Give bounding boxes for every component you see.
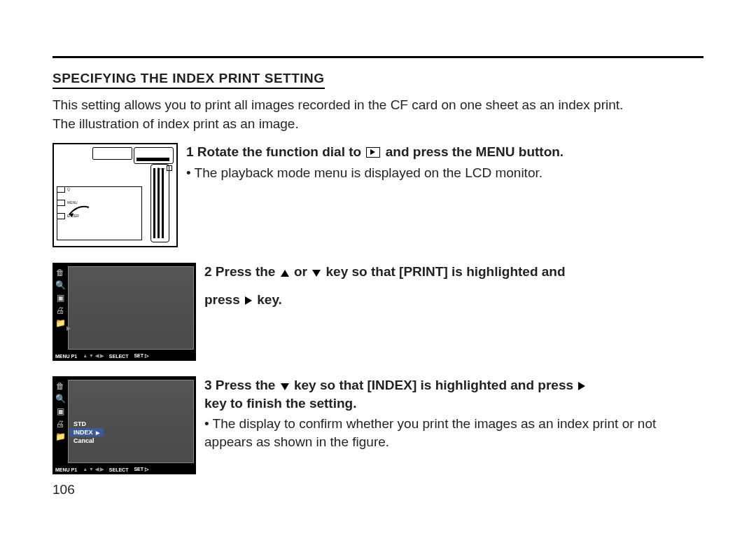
lcd-footer: MENU P1 ▲ ▼ ◀ ▶ SELECT SET ▷ — [52, 351, 196, 361]
trash-icon: 🗑 — [54, 268, 66, 277]
print-selected-triangle-icon: ▶ — [66, 325, 71, 331]
print-icon: 🖨 — [54, 306, 66, 315]
folder-icon: 📁 — [54, 432, 66, 441]
step-1-head-b: and press the MENU button. — [386, 144, 564, 159]
step-3-head-b: key so that [INDEX] is highlighted and p… — [294, 378, 577, 392]
lcd-side-icons: 🗑 🔍 ▣ 🖨 📁 — [54, 268, 66, 327]
footer-select: SELECT — [109, 354, 129, 359]
magnify-icon: 🔍 — [54, 394, 66, 403]
playback-mode-icon — [366, 147, 380, 158]
q-label: Q — [67, 188, 70, 191]
step-2-head-e: key. — [257, 292, 282, 307]
menu-item-index-triangle-icon: ▶ — [96, 430, 99, 435]
step-1-num: 1 — [186, 144, 194, 159]
step-3-row: Print 🗑 🔍 ▣ 🖨 📁 STD INDEX▶ Cancal MENU P… — [52, 376, 704, 474]
slideshow-icon: ▣ — [54, 407, 66, 415]
footer-select-3: SELECT — [109, 467, 129, 472]
step-1-text: 1 Rotate the function dial to and press … — [186, 143, 704, 181]
top-rule — [52, 56, 704, 58]
camera-illustration: Power Q MENU ENTER — [52, 143, 178, 247]
step-2-text: 2 Press the or key so that [PRINT] is hi… — [204, 263, 704, 308]
up-triangle-icon — [281, 270, 289, 277]
menu-item-cancel: Cancal — [69, 437, 104, 445]
camera-top-icon — [92, 147, 132, 160]
step-2-head-c: key so that [PRINT] is highlighted and — [326, 264, 566, 279]
right-triangle-icon — [245, 296, 252, 305]
footer-menu-3: MENU P1 — [55, 467, 77, 472]
step-3-head-a: Press the — [216, 378, 279, 392]
lcd-screenshot-step2: Print 🗑 🔍 ▣ 🖨 📁 ▶ MENU P1 ▲ ▼ ◀ ▶ SELECT… — [52, 263, 196, 361]
intro-text: This setting allows you to print all ima… — [52, 96, 704, 133]
step-3-head-c: key to finish the setting. — [204, 396, 356, 411]
down-triangle-icon — [312, 270, 321, 277]
page-number: 106 — [52, 482, 75, 497]
right-triangle-icon — [578, 382, 585, 390]
magnify-icon: 🔍 — [54, 281, 66, 289]
trash-icon: 🗑 — [54, 382, 66, 390]
arrow-to-menu-icon — [68, 204, 92, 228]
camera-small-lcd-icon — [134, 147, 174, 164]
step-1-bullet: • The playback mode menu is displayed on… — [186, 164, 704, 182]
manual-page: SPECIFYING THE INDEX PRINT SETTING This … — [0, 0, 756, 518]
lcd-screenshot-step3: Print 🗑 🔍 ▣ 🖨 📁 STD INDEX▶ Cancal MENU P… — [52, 376, 196, 474]
step-2-head-a: Press the — [216, 264, 279, 279]
intro-line-2: The illustration of index print as an im… — [52, 116, 299, 131]
lcd-frame — [68, 266, 194, 350]
intro-line-1: This setting allows you to print all ima… — [52, 97, 623, 112]
print-icon: 🖨 — [54, 420, 66, 428]
step-2-head-d: press — [204, 292, 244, 307]
footer-set-3: SET ▷ — [134, 467, 148, 472]
step-1-row: Power Q MENU ENTER 1 Rotate the function… — [52, 143, 704, 247]
step-2-num: 2 — [204, 264, 212, 279]
camera-grip-icon — [150, 164, 169, 242]
lcd-print-menu: STD INDEX▶ Cancal — [69, 420, 104, 445]
folder-icon: 📁 — [54, 319, 66, 327]
step-2-head-b: or — [294, 264, 311, 279]
footer-arrows: ▲ ▼ ◀ ▶ — [83, 353, 104, 359]
step-3-text: 3 Press the key so that [INDEX] is highl… — [204, 376, 704, 451]
menu-item-index: INDEX▶ — [69, 428, 104, 437]
footer-set: SET ▷ — [134, 353, 148, 359]
step-1-head-a: Rotate the function dial to — [197, 144, 365, 159]
lcd-footer-3: MENU P1 ▲ ▼ ◀ ▶ SELECT SET ▷ — [52, 465, 196, 474]
down-triangle-icon — [281, 383, 289, 390]
menu-item-index-label: INDEX — [74, 429, 93, 436]
menu-item-std: STD — [69, 420, 104, 428]
step-2-row: Print 🗑 🔍 ▣ 🖨 📁 ▶ MENU P1 ▲ ▼ ◀ ▶ SELECT… — [52, 263, 704, 361]
footer-menu: MENU P1 — [55, 354, 77, 359]
step-3-bullet: • The display to confirm whether you pri… — [204, 415, 704, 451]
footer-arrows-3: ▲ ▼ ◀ ▶ — [83, 467, 104, 472]
step-3-num: 3 — [204, 378, 212, 392]
section-title: SPECIFYING THE INDEX PRINT SETTING — [52, 71, 325, 89]
slideshow-icon: ▣ — [54, 294, 66, 302]
lcd-side-icons-3: 🗑 🔍 ▣ 🖨 📁 — [54, 382, 66, 441]
